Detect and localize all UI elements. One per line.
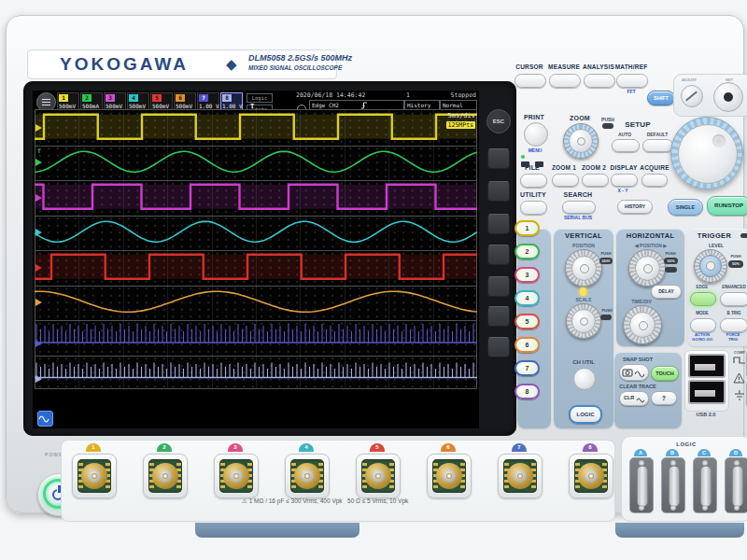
channel-4-button[interactable]: 4 <box>514 290 540 306</box>
status-run-state: Stopped <box>451 91 476 99</box>
horizontal-position-knob[interactable] <box>628 249 666 287</box>
timediv-knob[interactable] <box>623 305 662 344</box>
record-length-badge: 125MPts <box>446 121 475 129</box>
print-button[interactable] <box>524 122 548 147</box>
force-trig-label: FORCETRIG <box>718 332 747 342</box>
fft-label: FFT <box>622 89 641 94</box>
model-subtitle: MIXED SIGNAL OSCILLOSCOPE <box>248 64 342 71</box>
zoom2-button[interactable] <box>582 174 609 187</box>
ch-util-button[interactable] <box>573 368 596 390</box>
zoom1-button[interactable] <box>552 174 579 187</box>
mode-button[interactable] <box>690 318 716 332</box>
run-stop-button[interactable]: RUN/STOP <box>707 196 747 216</box>
channel-6-button[interactable]: 6 <box>514 337 540 353</box>
waveform-tool-icon[interactable] <box>37 411 53 427</box>
bnc-badge-6: 6 <box>441 443 456 452</box>
menu-icon <box>42 99 50 101</box>
channel-8-button[interactable]: 8 <box>514 384 540 399</box>
action-label: ACTIONGO/NO-GO <box>686 332 718 342</box>
vertical-push-label: PUSH <box>598 251 614 256</box>
softkey-5[interactable] <box>487 276 510 297</box>
history-button[interactable]: HISTORY <box>617 200 653 214</box>
acquire-button[interactable] <box>641 174 668 187</box>
bnc-badge-7: 7 <box>512 443 527 452</box>
edge-button[interactable] <box>690 292 716 306</box>
channel-7-button[interactable]: 7 <box>514 360 540 376</box>
single-button[interactable]: SINGLE <box>668 199 703 216</box>
lcd-screen[interactable]: MENU 1500mV2500mA3500mV4500mV5500mV6500m… <box>33 91 479 428</box>
b-trig-button[interactable] <box>720 318 747 332</box>
warning-glyph: ⚠ <box>242 497 247 504</box>
set-knob[interactable] <box>713 82 743 112</box>
softkey-1[interactable] <box>487 148 510 169</box>
channel-badge-scale: 1.00 V <box>222 103 243 109</box>
vertical-position-knob[interactable] <box>565 249 602 287</box>
channel-5-button[interactable]: 5 <box>514 314 540 329</box>
delay-button[interactable]: DELAY <box>651 285 682 299</box>
math-ref-button[interactable] <box>616 74 648 88</box>
mode-label: MODE <box>689 311 715 315</box>
vertical-scale-knob[interactable] <box>566 303 601 339</box>
clear-trace-label: CLEAR TRACE <box>614 384 661 389</box>
channel-badge-number: 7 <box>199 94 208 102</box>
bnc-connector-3 <box>214 454 259 498</box>
logic-port-A <box>629 457 654 513</box>
serial-bus-label: SERIAL BUS <box>559 215 597 220</box>
logic-panel-title: LOGIC <box>622 441 747 447</box>
trigger-position-marker[interactable]: T <box>250 103 254 110</box>
function-key-label-0: CURSOR <box>513 63 546 70</box>
search-button[interactable] <box>562 201 596 214</box>
vertical-title: VERTICAL <box>554 231 613 240</box>
print-label: PRINT <box>518 114 550 120</box>
esc-button[interactable]: ESC <box>486 109 511 133</box>
model-name: DLM5058 2.5GS/s 500MHz <box>248 53 352 63</box>
vertical-zero-led: 0DIV <box>599 258 613 264</box>
edge-label: EDGE <box>689 285 715 289</box>
auto-setup-button[interactable] <box>612 139 640 152</box>
logic-badge[interactable]: Logic <box>247 93 273 103</box>
channel-badge-scale: 500mV <box>129 103 146 109</box>
function-key-label-1: MEASURE <box>547 63 581 70</box>
warning-icon <box>733 372 745 384</box>
softkey-2[interactable] <box>487 181 510 202</box>
input-rating-text: ⚠ 1 MΩ / 16 pF ≤ 300 Vrms, 400 Vpk 50 Ω … <box>242 497 408 505</box>
trigger-level-knob[interactable] <box>694 249 727 283</box>
channel-1-button[interactable]: 1 <box>514 220 540 236</box>
enhanced-button[interactable] <box>720 292 747 306</box>
auto-label: AUTO <box>612 132 638 137</box>
clear-trace-button[interactable]: CLR <box>619 391 649 406</box>
channel-3-button[interactable]: 3 <box>514 267 540 283</box>
logic-port-badge-D: D <box>729 449 742 456</box>
softkey-6[interactable] <box>487 306 510 327</box>
logic-port-badge-A: A <box>634 449 647 456</box>
device-foot-left <box>195 523 359 538</box>
shift-button[interactable]: SHIFT <box>647 91 675 105</box>
bnc-badge-8: 8 <box>583 443 598 452</box>
analysis-button[interactable] <box>584 74 615 88</box>
trigger-mode: Edge CH2 <box>312 102 339 108</box>
channel-2-button[interactable]: 2 <box>514 244 540 259</box>
zoom-knob[interactable] <box>563 123 599 159</box>
softkey-7[interactable] <box>487 337 510 357</box>
jog-shuttle-knob[interactable] <box>670 117 743 189</box>
file-button[interactable] <box>520 174 547 188</box>
logic-button[interactable]: LOGIC <box>569 405 602 424</box>
zoom-label: ZOOM <box>563 115 597 121</box>
channel-badge-scale: 500mV <box>152 103 169 109</box>
softkey-4[interactable] <box>487 245 510 265</box>
softkey-3[interactable] <box>487 214 510 234</box>
function-key-label-2: ANALYSIS <box>582 63 615 70</box>
utility-button[interactable] <box>520 201 547 215</box>
help-button[interactable]: ? <box>651 391 677 405</box>
touch-button[interactable]: TOUCH <box>651 366 679 381</box>
knob-dimple <box>712 134 726 147</box>
adjust-panel: ADJUST SET <box>673 74 747 117</box>
measure-button[interactable] <box>549 74 581 88</box>
trigger-push-label: PUSH <box>727 254 744 259</box>
adjust-screw-knob[interactable] <box>681 85 703 107</box>
display-button[interactable] <box>611 174 638 187</box>
cursor-button[interactable] <box>514 74 546 88</box>
default-setup-button[interactable] <box>642 139 673 152</box>
snap-shot-button[interactable] <box>619 364 649 381</box>
channel-badge-scale: 500mV <box>106 103 122 109</box>
